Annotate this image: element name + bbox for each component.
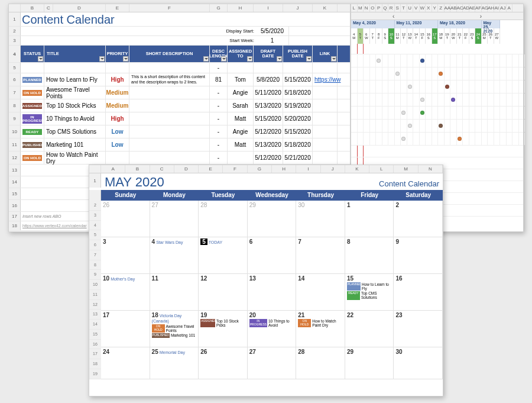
assigned-cell[interactable]: Matt [228, 138, 254, 151]
filter-arrow-icon[interactable] [247, 56, 252, 62]
priority-cell[interactable]: Low [106, 125, 129, 138]
assigned-cell[interactable]: Angie [228, 125, 254, 138]
filter-arrow-icon[interactable] [123, 56, 128, 62]
link-cell[interactable]: https://ww [313, 73, 338, 86]
table-row[interactable]: 11PUBLISHEDMarketing 101Low-Matt5/13/202… [9, 138, 350, 151]
desc-cell[interactable] [129, 151, 210, 164]
calendar-day-cell[interactable]: 21ON HOLDHow to Watch Paint Dry [296, 311, 345, 347]
filter-arrow-icon[interactable] [38, 56, 43, 62]
priority-cell[interactable]: High [106, 73, 129, 86]
calendar-event[interactable]: ASSIGNEDTop 10 Stock Picks [200, 319, 245, 327]
calendar-day-cell[interactable]: 26 [101, 201, 150, 237]
calendar-day-cell[interactable]: 17 [101, 311, 150, 347]
calendar-day-cell[interactable]: 27 [150, 201, 199, 237]
calendar-day-cell[interactable]: 27 [248, 347, 297, 379]
desc-cell[interactable]: This is a short description of this cont… [129, 73, 210, 86]
calendar-event[interactable]: ON HOLDHow to Watch Paint Dry [298, 319, 343, 327]
assigned-cell[interactable]: Tom [228, 73, 254, 86]
publish-date-cell[interactable]: 5/15/2020 [283, 125, 313, 138]
filter-arrow-icon[interactable] [99, 56, 105, 62]
table-row[interactable]: 9IN PROGRESS10 Things to AvoidHigh-Matt5… [9, 112, 350, 125]
calendar-day-cell[interactable]: 15PLANNEDHow to Learn to FlyREADYTop CMS… [345, 274, 394, 311]
link-cell[interactable] [313, 112, 338, 125]
gantt-scrollbar[interactable]: ‹ › [351, 12, 523, 20]
desc-cell[interactable] [129, 125, 210, 138]
chevron-right-icon[interactable]: › [480, 13, 482, 20]
filter-arrow-icon[interactable] [203, 56, 209, 62]
title-cell[interactable]: Awesome Travel Points [44, 86, 106, 99]
title-cell[interactable]: Top 10 Stock Picks [44, 99, 106, 112]
calendar-day-cell[interactable]: 2 [394, 201, 443, 237]
priority-cell[interactable]: Medium [106, 86, 129, 99]
link-cell[interactable] [313, 86, 338, 99]
assigned-cell[interactable] [228, 151, 254, 164]
filter-arrow-icon[interactable] [306, 56, 312, 62]
assigned-cell[interactable]: Matt [228, 112, 254, 125]
title-cell[interactable]: Top CMS Solutions [44, 125, 106, 138]
filter-arrow-icon[interactable] [331, 56, 336, 62]
filter-arrow-icon[interactable] [221, 56, 226, 62]
calendar-day-cell[interactable]: 13 [248, 274, 297, 311]
calendar-day-cell[interactable]: 6 [248, 237, 297, 274]
draft-date-cell[interactable]: 5/15/2020 [254, 112, 283, 125]
table-row[interactable]: 7ON HOLDAwesome Travel PointsMedium-Angi… [9, 86, 350, 99]
table-row[interactable]: 10READYTop CMS SolutionsLow-Angie5/12/20… [9, 125, 350, 138]
desc-cell[interactable] [129, 99, 210, 112]
calendar-day-cell[interactable]: 30 [296, 201, 345, 237]
calendar-event[interactable]: PUBLISHEDMarketing 101 [152, 333, 197, 338]
calendar-day-cell[interactable]: 14 [296, 274, 345, 311]
calendar-event[interactable]: READYTop CMS Solutions [347, 291, 392, 299]
publish-date-cell[interactable]: 5/18/2020 [283, 86, 313, 99]
draft-date-cell[interactable]: 5/12/2020 [254, 125, 283, 138]
link-cell[interactable] [313, 99, 338, 112]
priority-cell[interactable]: Low [106, 138, 129, 151]
draft-date-cell[interactable]: 5/13/2020 [254, 138, 283, 151]
calendar-day-cell[interactable]: 30 [394, 347, 443, 379]
calendar-day-cell[interactable]: 26 [199, 347, 248, 379]
table-row[interactable]: 6PLANNEDHow to Learn to FlyHighThis is a… [9, 73, 350, 86]
link-cell[interactable] [313, 151, 338, 164]
calendar-day-cell[interactable]: 28 [199, 201, 248, 237]
calendar-event[interactable]: ON HOLDAwesome Travel Points [152, 324, 197, 333]
draft-date-cell[interactable]: 5/8/2020 [254, 73, 283, 86]
publish-date-cell[interactable]: 5/15/2020 [283, 73, 313, 86]
publish-date-cell[interactable]: 5/20/2020 [283, 112, 313, 125]
priority-cell[interactable]: Medium [106, 99, 129, 112]
calendar-day-cell[interactable]: 25Memorial Day [150, 347, 199, 379]
calendar-day-cell[interactable]: 19ASSIGNEDTop 10 Stock Picks [199, 311, 248, 347]
desc-cell[interactable] [129, 112, 210, 125]
calendar-day-cell[interactable]: 29 [248, 201, 297, 237]
assigned-cell[interactable]: Sarah [228, 99, 254, 112]
chevron-left-icon[interactable]: ‹ [392, 13, 394, 20]
filter-arrow-icon[interactable] [277, 56, 282, 62]
calendar-day-cell[interactable]: 20IN PROGRESS10 Things to Avoid [248, 311, 297, 347]
calendar-day-cell[interactable]: 9 [394, 237, 443, 274]
calendar-event[interactable]: IN PROGRESS10 Things to Avoid [249, 319, 294, 327]
desc-cell[interactable] [129, 86, 210, 99]
desc-cell[interactable] [129, 138, 210, 151]
publish-date-cell[interactable]: 5/18/2020 [283, 138, 313, 151]
link-cell[interactable] [313, 138, 338, 151]
start-week-value[interactable]: 1 [256, 36, 289, 45]
calendar-day-cell[interactable]: 23 [394, 311, 443, 347]
calendar-day-cell[interactable]: 8 [345, 237, 394, 274]
calendar-day-cell[interactable]: 4Star Wars Day [150, 237, 199, 274]
calendar-day-cell[interactable]: 22 [345, 311, 394, 347]
calendar-day-cell[interactable]: 16 [394, 274, 443, 311]
title-cell[interactable]: 10 Things to Avoid [44, 112, 106, 125]
calendar-day-cell[interactable]: 3 [101, 237, 150, 274]
calendar-day-cell[interactable]: 24 [101, 347, 150, 379]
link-cell[interactable] [313, 125, 338, 138]
priority-cell[interactable] [106, 151, 129, 164]
calendar-day-cell[interactable]: 5TODAY [199, 237, 248, 274]
title-cell[interactable]: Marketing 101 [44, 138, 106, 151]
draft-date-cell[interactable]: 5/11/2020 [254, 86, 283, 99]
table-row[interactable]: 12ON HOLDHow to Watch Paint Dry-5/12/202… [9, 151, 350, 165]
table-row[interactable]: 8ASSIGNEDTop 10 Stock PicksMedium-Sarah5… [9, 99, 350, 112]
publish-date-cell[interactable]: 5/19/2020 [283, 99, 313, 112]
calendar-day-cell[interactable]: 29 [345, 347, 394, 379]
publish-date-cell[interactable]: 5/21/2020 [283, 151, 313, 164]
calendar-day-cell[interactable]: 18Victoria Day (Canada)ON HOLDAwesome Tr… [150, 311, 199, 347]
title-cell[interactable]: How to Watch Paint Dry [44, 151, 106, 164]
calendar-day-cell[interactable]: 10Mother's Day [101, 274, 150, 311]
